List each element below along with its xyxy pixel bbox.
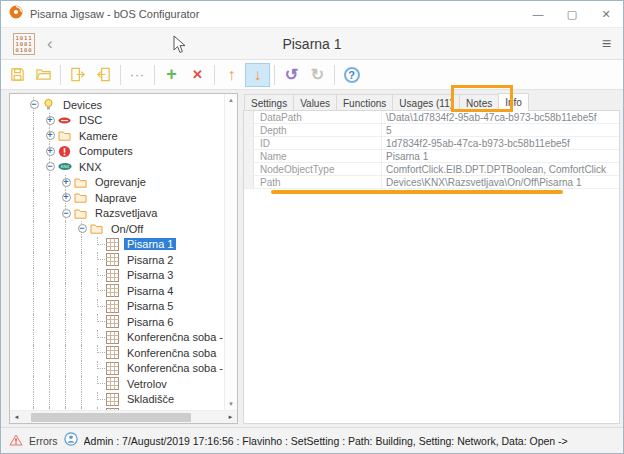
app-logo-icon: [9, 5, 23, 23]
tree-item-naprave[interactable]: +Naprave: [26, 190, 237, 206]
tree-item-pisarna-4[interactable]: Pisarna 4: [26, 283, 237, 299]
tree-item-knx[interactable]: −KNXKNX: [26, 159, 237, 175]
tree-item-konferen-na-soba-delov[interactable]: Konferenčna soba - delov: [26, 330, 237, 346]
expand-icon[interactable]: +: [62, 193, 71, 202]
scroll-right-icon[interactable]: ►: [224, 414, 237, 420]
undo-button[interactable]: ↺: [279, 63, 304, 87]
tree-item-devices[interactable]: −Devices: [26, 97, 237, 113]
tree-item-pisarna-3[interactable]: Pisarna 3: [26, 268, 237, 284]
property-value[interactable]: \Data\1d7834f2-95ab-47ca-b973-bc58b11ebe…: [382, 111, 619, 123]
scroll-down-icon[interactable]: ▼: [228, 398, 234, 410]
scroll-up-icon[interactable]: ▲: [228, 94, 234, 106]
property-value[interactable]: ComfortClick.EIB.DPT.DPTBoolean, Comfort…: [382, 163, 619, 175]
open-button[interactable]: [31, 63, 56, 87]
tree-item-label: Konferenčna soba - LED: [124, 362, 237, 374]
tree-item-pisarna-2[interactable]: Pisarna 2: [26, 252, 237, 268]
collapse-icon[interactable]: −: [30, 100, 39, 109]
row-gutter: [244, 150, 254, 162]
tree-item-konferen-na-soba[interactable]: Konferenčna soba: [26, 345, 237, 361]
property-name: DataPath: [254, 111, 382, 123]
maximize-button[interactable]: ▢: [555, 1, 589, 27]
grid-icon: [106, 331, 121, 344]
app-window: Pisarna Jigsaw - bOS Configurator — ▢ ✕ …: [0, 0, 624, 454]
tree-item-konferen-na-soba-led[interactable]: Konferenčna soba - LED: [26, 361, 237, 377]
property-value[interactable]: 5: [382, 124, 619, 136]
toolbar-separator: [334, 65, 335, 85]
errors-label[interactable]: Errors: [29, 435, 58, 447]
expand-icon[interactable]: +: [46, 116, 55, 125]
tab-functions[interactable]: Functions: [336, 94, 393, 111]
collapse-icon[interactable]: −: [62, 209, 71, 218]
toolbar: ···+✕↑↓↺↻?: [1, 60, 623, 90]
property-row-path[interactable]: PathDevices\KNX\Razsvetljava\On/Off\Pisa…: [244, 176, 619, 189]
tree-item-pisarna-1[interactable]: Pisarna 1: [26, 237, 237, 253]
expand-icon[interactable]: +: [46, 147, 55, 156]
more-button[interactable]: ···: [125, 63, 150, 87]
device-tree: −Devices+DSC+Kamere+Computers−KNXKNX+Ogr…: [10, 94, 237, 423]
tree-item-label: Ogrevanje: [92, 176, 149, 188]
status-message: Admin : 7/August/2019 17:16:56 : Flavinh…: [84, 435, 568, 447]
tree-item-kamere[interactable]: +Kamere: [26, 128, 237, 144]
add-button[interactable]: +: [159, 63, 184, 87]
expand-icon[interactable]: +: [62, 178, 71, 187]
tree-item-label: On/Off: [108, 223, 146, 235]
tree-item-on-off[interactable]: −On/Off: [26, 221, 237, 237]
tab-strip: SettingsValuesFunctionsUsages (11)NotesI…: [243, 93, 620, 111]
toolbar-separator: [274, 65, 275, 85]
property-row-datapath[interactable]: DataPath\Data\1d7834f2-95ab-47ca-b973-bc…: [244, 111, 619, 124]
property-row-nodeobjecttype[interactable]: NodeObjectTypeComfortClick.EIB.DPT.DPTBo…: [244, 163, 619, 176]
redo-button[interactable]: ↻: [305, 63, 330, 87]
tree-item-skladi-e[interactable]: Skladišče: [26, 392, 237, 408]
close-button[interactable]: ✕: [589, 1, 623, 27]
move-down-button[interactable]: ↓: [245, 63, 270, 87]
move-up-button[interactable]: ↑: [219, 63, 244, 87]
tree-item-dsc[interactable]: +DSC: [26, 113, 237, 129]
tree-item-vetrolov[interactable]: Vetrolov: [26, 376, 237, 392]
scroll-thumb[interactable]: [31, 413, 191, 422]
add-icon: +: [166, 64, 177, 85]
move-down-icon: ↓: [254, 66, 262, 84]
export-icon: [69, 66, 86, 83]
header: 1011 1001 0100 ‹ Pisarna 1 ≡: [1, 27, 623, 60]
collapse-icon[interactable]: −: [78, 224, 87, 233]
open-icon: [35, 66, 52, 83]
grid-icon: [106, 300, 121, 313]
collapse-icon[interactable]: −: [46, 162, 55, 171]
property-row-id[interactable]: ID1d7834f2-95ab-47ca-b973-bc58b11ebe5f: [244, 137, 619, 150]
expand-icon[interactable]: +: [46, 131, 55, 140]
property-row-name[interactable]: NamePisarna 1: [244, 150, 619, 163]
tab-values[interactable]: Values: [293, 94, 337, 111]
export-button[interactable]: [65, 63, 90, 87]
tab-usages-11-[interactable]: Usages (11): [392, 94, 460, 111]
tree-item-computers[interactable]: +Computers: [26, 144, 237, 160]
redo-icon: ↻: [311, 65, 324, 84]
undo-icon: ↺: [285, 65, 298, 84]
tree-item-pisarna-6[interactable]: Pisarna 6: [26, 314, 237, 330]
tab-settings[interactable]: Settings: [244, 94, 294, 111]
property-value[interactable]: 1d7834f2-95ab-47ca-b973-bc58b11ebe5f: [382, 137, 619, 149]
scroll-left-icon[interactable]: ◄: [10, 414, 23, 420]
tree-horizontal-scrollbar[interactable]: ◄ ►: [10, 410, 237, 423]
menu-button[interactable]: ≡: [602, 35, 611, 53]
grid-icon: [106, 269, 121, 282]
tree-item-label: Vetrolov: [124, 378, 170, 390]
delete-button[interactable]: ✕: [185, 63, 210, 87]
property-value[interactable]: Devices\KNX\Razsvetljava\On/Off\Pisarna …: [382, 176, 619, 188]
tree-item-label: Pisarna 3: [124, 269, 176, 281]
property-value[interactable]: Pisarna 1: [382, 150, 619, 162]
property-row-depth[interactable]: Depth5: [244, 124, 619, 137]
annotation-info-tab-highlight: [451, 85, 513, 112]
tree-item-pisarna-5[interactable]: Pisarna 5: [26, 299, 237, 315]
tree-item-label: DSC: [76, 114, 105, 126]
tree-item-ogrevanje[interactable]: +Ogrevanje: [26, 175, 237, 191]
save-button[interactable]: [5, 63, 30, 87]
grid-icon: [106, 284, 121, 297]
toolbar-separator: [120, 65, 121, 85]
back-button[interactable]: ‹: [47, 35, 53, 52]
minimize-button[interactable]: —: [521, 1, 555, 27]
import-button[interactable]: [91, 63, 116, 87]
tree-item-razsvetljava[interactable]: −Razsvetljava: [26, 206, 237, 222]
tree-vertical-scrollbar[interactable]: ▲ ▼: [224, 94, 237, 410]
help-button[interactable]: ?: [339, 63, 364, 87]
toolbar-separator: [60, 65, 61, 85]
